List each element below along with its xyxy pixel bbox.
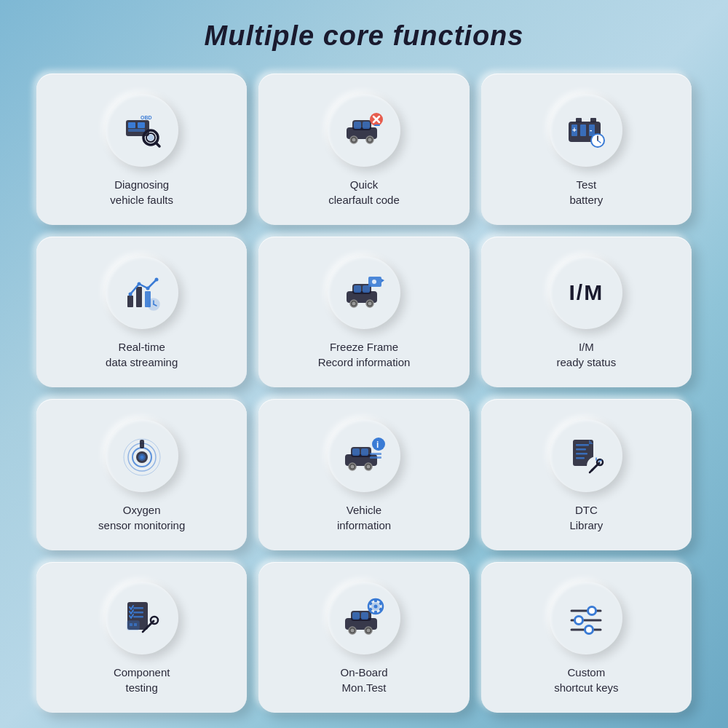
card-onboard-mon[interactable]: On-Board Mon.Test	[258, 562, 469, 713]
svg-point-56	[140, 455, 143, 459]
svg-rect-45	[354, 285, 361, 293]
svg-point-66	[350, 464, 354, 468]
component-testing-icon	[106, 582, 178, 654]
svg-rect-72	[370, 456, 381, 459]
card-vehicle-information[interactable]: i Vehicle information	[258, 399, 469, 550]
card-custom-shortcut[interactable]: Custom shortcut keys	[481, 562, 692, 713]
svg-point-39	[154, 278, 158, 282]
svg-line-7	[156, 143, 159, 146]
chart-icon	[106, 256, 178, 329]
svg-point-102	[373, 605, 377, 609]
card-label-clearfault: Quick clearfault code	[328, 177, 400, 207]
svg-rect-20	[374, 124, 380, 126]
card-label-battery: Test battery	[569, 177, 603, 207]
function-grid: OBD Diagnosing vehicle faults	[0, 65, 728, 727]
shortcut-keys-icon	[550, 582, 622, 654]
clear-fault-icon	[328, 94, 400, 167]
svg-point-37	[137, 282, 141, 286]
card-diagnosing-vehicle-faults[interactable]: OBD Diagnosing vehicle faults	[36, 74, 247, 225]
svg-rect-33	[127, 296, 133, 307]
svg-rect-94	[352, 612, 360, 620]
onboard-mon-icon	[328, 582, 400, 654]
svg-rect-34	[136, 287, 142, 307]
im-text-label: I/M	[569, 280, 604, 305]
svg-rect-87	[127, 621, 139, 630]
svg-rect-74	[576, 444, 589, 446]
card-freeze-frame[interactable]: Freeze Frame Record information	[258, 237, 469, 388]
card-label-dtc: DTC Library	[569, 502, 603, 533]
svg-text:-: -	[590, 126, 592, 134]
svg-rect-3	[128, 129, 145, 132]
card-label-realtime: Real-time data streaming	[106, 339, 178, 370]
im-icon: I/M	[550, 256, 622, 329]
svg-rect-25	[580, 124, 586, 136]
svg-point-36	[128, 293, 132, 296]
vehicle-info-icon: i	[328, 419, 400, 492]
svg-point-117	[586, 627, 592, 633]
card-dtc-library[interactable]: DTC Library	[481, 399, 692, 550]
card-label-component: Component testing	[114, 665, 170, 695]
card-label-oxygen: Oxygen sensor monitoring	[98, 502, 185, 533]
svg-rect-84	[133, 607, 143, 609]
svg-rect-22	[576, 118, 582, 122]
svg-point-68	[366, 464, 370, 468]
card-label-onboard: On-Board Mon.Test	[340, 665, 387, 695]
svg-text:OBD: OBD	[141, 115, 152, 120]
svg-rect-103	[374, 599, 377, 602]
svg-marker-52	[381, 279, 384, 282]
card-oxygen-sensor[interactable]: Oxygen sensor monitoring	[36, 399, 247, 550]
battery-icon: + -	[550, 94, 622, 167]
svg-point-48	[352, 302, 355, 306]
svg-rect-64	[361, 448, 368, 456]
svg-rect-95	[361, 612, 368, 620]
card-component-testing[interactable]: Component testing	[36, 562, 247, 713]
svg-rect-2	[138, 122, 145, 128]
svg-point-38	[146, 287, 149, 290]
card-test-battery[interactable]: + - Test battery	[481, 74, 692, 225]
card-realtime-data[interactable]: Real-time data streaming	[36, 237, 247, 388]
svg-rect-77	[576, 457, 585, 459]
svg-point-16	[368, 138, 371, 141]
svg-rect-88	[130, 623, 132, 626]
svg-point-14	[352, 138, 355, 141]
card-label-vehicle-info: Vehicle information	[337, 502, 391, 533]
svg-rect-106	[374, 611, 377, 614]
svg-point-53	[372, 280, 376, 284]
svg-point-50	[368, 302, 371, 306]
svg-text:i: i	[376, 440, 379, 450]
svg-rect-86	[133, 616, 143, 618]
card-quick-clearfault[interactable]: Quick clearfault code	[258, 74, 469, 225]
svg-rect-46	[363, 285, 370, 293]
card-label-shortcut: Custom shortcut keys	[554, 665, 618, 695]
svg-rect-76	[576, 453, 587, 455]
card-label-freeze-frame: Freeze Frame Record information	[318, 339, 411, 370]
page-title: Multiple core functions	[0, 0, 728, 65]
svg-text:+: +	[572, 126, 577, 134]
svg-point-115	[576, 617, 582, 623]
card-label-diagnosing: Diagnosing vehicle faults	[110, 177, 173, 207]
card-im-ready-status[interactable]: I/M I/M ready status	[481, 237, 692, 388]
card-label-im-ready: I/M ready status	[556, 339, 616, 370]
svg-rect-1	[128, 122, 135, 128]
svg-rect-85	[133, 612, 143, 614]
svg-rect-71	[370, 453, 381, 455]
svg-rect-11	[354, 122, 361, 129]
oxygen-sensor-icon	[106, 419, 178, 492]
svg-rect-75	[576, 448, 586, 451]
svg-point-113	[589, 608, 595, 614]
svg-point-97	[350, 629, 354, 633]
svg-point-99	[366, 629, 370, 633]
freeze-frame-icon	[328, 256, 400, 329]
svg-rect-12	[363, 122, 370, 129]
dtc-library-icon	[550, 419, 622, 492]
svg-rect-60	[140, 440, 144, 448]
svg-rect-23	[590, 118, 596, 122]
obd-search-icon: OBD	[106, 94, 178, 167]
svg-rect-63	[352, 448, 360, 456]
svg-rect-89	[134, 623, 137, 626]
svg-point-8	[148, 135, 154, 141]
